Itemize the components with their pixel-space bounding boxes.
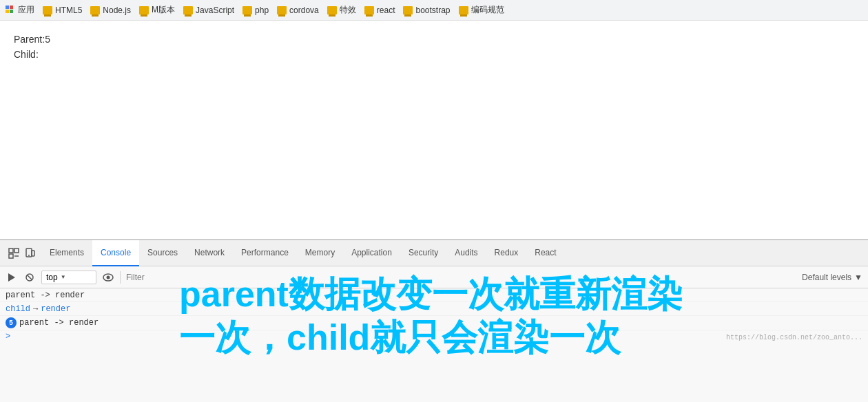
bookmark-bootstrap-label: bootstrap bbox=[415, 6, 450, 15]
folder-icon bbox=[183, 6, 193, 14]
bookmark-coding-standards[interactable]: 编码规范 bbox=[459, 4, 504, 16]
filter-input[interactable] bbox=[126, 273, 796, 282]
tab-console[interactable]: Console bbox=[92, 240, 139, 266]
tab-security[interactable]: Security bbox=[400, 240, 446, 266]
stop-icon[interactable] bbox=[23, 271, 36, 284]
tab-elements[interactable]: Elements bbox=[41, 240, 92, 266]
inspect-icon[interactable] bbox=[8, 248, 19, 259]
console-output: parent -> render child → render 5 parent… bbox=[0, 288, 868, 343]
apps-grid-icon bbox=[6, 6, 15, 15]
bookmark-react-label: react bbox=[377, 6, 395, 15]
bookmark-html5[interactable]: HTML5 bbox=[43, 6, 82, 15]
bookmark-react[interactable]: react bbox=[364, 6, 395, 15]
parent-text: Parent:5 bbox=[14, 32, 854, 47]
watermark: https://blog.csdn.net/zoo_anto... bbox=[726, 334, 862, 341]
svg-marker-11 bbox=[8, 273, 15, 282]
tab-react[interactable]: React bbox=[526, 240, 564, 266]
svg-point-10 bbox=[28, 255, 30, 256]
bookmark-coding-standards-label: 编码规范 bbox=[471, 4, 504, 16]
tab-sources[interactable]: Sources bbox=[139, 240, 186, 266]
folder-icon bbox=[90, 6, 100, 14]
eye-icon[interactable] bbox=[102, 271, 114, 284]
tab-application[interactable]: Application bbox=[343, 240, 400, 266]
toolbar-divider bbox=[120, 271, 121, 284]
svg-line-13 bbox=[28, 275, 32, 279]
context-selector[interactable]: top ▼ bbox=[41, 271, 96, 284]
svg-rect-5 bbox=[9, 254, 13, 258]
apps-icon-item[interactable]: 应用 bbox=[6, 4, 34, 16]
bookmark-mversion[interactable]: M版本 bbox=[139, 4, 175, 16]
context-value: top bbox=[46, 273, 58, 282]
folder-icon bbox=[43, 6, 52, 14]
folder-icon bbox=[364, 6, 374, 14]
folder-icon bbox=[277, 6, 287, 14]
tab-redux[interactable]: Redux bbox=[486, 240, 527, 266]
bookmark-php-label: php bbox=[255, 6, 269, 15]
tab-network[interactable]: Network bbox=[186, 240, 233, 266]
console-badge: 5 bbox=[6, 317, 17, 328]
svg-rect-6 bbox=[14, 248, 19, 253]
console-line-1: parent -> render bbox=[0, 288, 868, 302]
svg-point-15 bbox=[107, 275, 110, 279]
bookmark-nodejs[interactable]: Node.js bbox=[90, 6, 131, 15]
console-line-1-text: parent -> render bbox=[6, 290, 85, 300]
bookmark-javascript[interactable]: JavaScript bbox=[183, 6, 234, 15]
device-icon[interactable] bbox=[25, 248, 36, 259]
levels-arrow-icon: ▼ bbox=[854, 273, 862, 282]
levels-selector[interactable]: Default levels ▼ bbox=[802, 273, 862, 282]
svg-rect-0 bbox=[6, 6, 9, 9]
devtools-panel: Elements Console Sources Network Perform… bbox=[0, 240, 868, 402]
folder-icon bbox=[327, 6, 337, 14]
console-cursor: → bbox=[33, 304, 38, 314]
bookmark-bootstrap[interactable]: bootstrap bbox=[403, 6, 450, 15]
bookmark-cordova-label: cordova bbox=[289, 6, 319, 15]
console-line-3: 5 parent -> render bbox=[0, 316, 868, 330]
bookmark-cordova[interactable]: cordova bbox=[277, 6, 319, 15]
bookmark-effects[interactable]: 特效 bbox=[327, 4, 356, 16]
bookmark-nodejs-label: Node.js bbox=[103, 6, 131, 15]
child-text: Child: bbox=[14, 47, 854, 62]
devtools-icons bbox=[3, 248, 41, 259]
tab-performance[interactable]: Performance bbox=[233, 240, 297, 266]
console-line-3-text: parent -> render bbox=[19, 318, 99, 328]
svg-rect-9 bbox=[32, 251, 34, 256]
bookmarks-bar: 应用 HTML5 Node.js M版本 JavaScript php cord… bbox=[0, 0, 868, 21]
folder-icon bbox=[459, 6, 468, 14]
bookmark-javascript-label: JavaScript bbox=[196, 6, 234, 15]
svg-rect-4 bbox=[9, 248, 13, 253]
bookmark-mversion-label: M版本 bbox=[152, 4, 175, 16]
console-line-2-text: child bbox=[6, 304, 30, 314]
levels-value: Default levels bbox=[802, 273, 851, 282]
devtools-toolbar: top ▼ Default levels ▼ bbox=[0, 266, 868, 288]
tab-memory[interactable]: Memory bbox=[297, 240, 343, 266]
bookmark-effects-label: 特效 bbox=[340, 4, 356, 16]
folder-icon bbox=[139, 6, 149, 14]
play-icon[interactable] bbox=[6, 271, 18, 284]
console-line-2-render: render bbox=[41, 304, 70, 314]
dropdown-arrow-icon: ▼ bbox=[61, 274, 66, 280]
console-line-2: child → render bbox=[0, 302, 868, 316]
folder-icon bbox=[242, 6, 252, 14]
svg-rect-1 bbox=[10, 6, 13, 9]
svg-rect-3 bbox=[10, 10, 13, 13]
tab-audits[interactable]: Audits bbox=[446, 240, 486, 266]
svg-rect-2 bbox=[6, 10, 9, 13]
main-content: Parent:5 Child: bbox=[0, 21, 868, 240]
folder-icon bbox=[403, 6, 413, 14]
devtools-tab-bar: Elements Console Sources Network Perform… bbox=[0, 240, 868, 266]
apps-label: 应用 bbox=[18, 4, 34, 16]
bookmark-html5-label: HTML5 bbox=[55, 6, 82, 15]
bookmark-php[interactable]: php bbox=[242, 6, 269, 15]
